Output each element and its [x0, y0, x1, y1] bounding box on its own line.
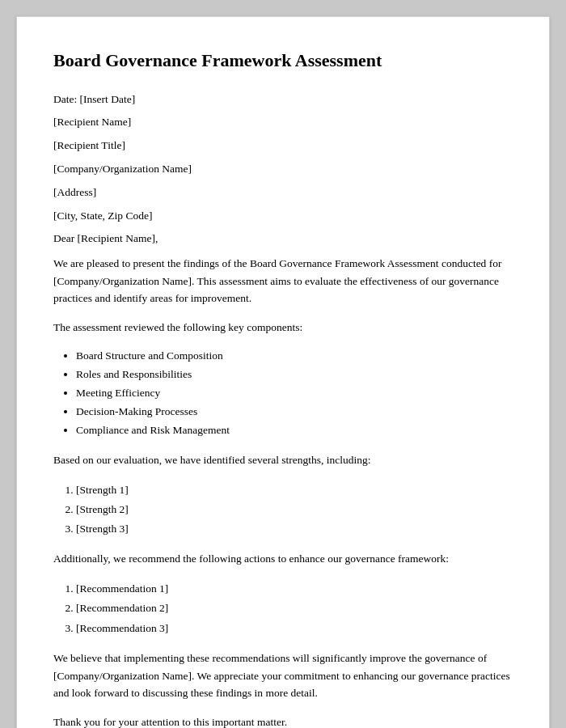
list-item: [Recommendation 2]	[76, 599, 513, 618]
list-item: [Recommendation 1]	[76, 579, 513, 599]
address: [Address]	[53, 185, 513, 201]
recommendations-intro: Additionally, we recommend the following…	[53, 550, 513, 568]
company-name: [Company/Organization Name]	[53, 162, 513, 177]
recommendations-list: [Recommendation 1] [Recommendation 2] [R…	[76, 579, 513, 638]
thank-you: Thank you for your attention to this imp…	[53, 713, 513, 728]
closing-paragraph: We believe that implementing these recom…	[53, 650, 513, 702]
list-item: [Strength 3]	[76, 519, 513, 539]
list-item: Compliance and Risk Management	[76, 421, 513, 440]
components-intro: The assessment reviewed the following ke…	[53, 319, 513, 336]
strengths-intro: Based on our evaluation, we have identif…	[53, 451, 513, 469]
strengths-list: [Strength 1] [Strength 2] [Strength 3]	[76, 480, 513, 540]
components-list: Board Structure and Composition Roles an…	[76, 347, 513, 440]
list-item: [Strength 1]	[76, 480, 513, 500]
list-item: [Strength 2]	[76, 500, 513, 519]
list-item: Meeting Efficiency	[76, 384, 513, 403]
list-item: Roles and Responsibilities	[76, 366, 513, 384]
salutation: Dear [Recipient Name],	[53, 232, 513, 245]
document-title: Board Governance Framework Assessment	[53, 49, 513, 73]
city-state-zip: [City, State, Zip Code]	[53, 209, 513, 224]
list-item: Board Structure and Composition	[76, 347, 513, 366]
recipient-name: [Recipient Name]	[53, 115, 513, 130]
document-page: Board Governance Framework Assessment Da…	[16, 16, 550, 728]
list-item: Decision-Making Processes	[76, 403, 513, 421]
list-item: [Recommendation 3]	[76, 619, 513, 638]
date-line: Date: [Insert Date]	[53, 92, 513, 108]
intro-paragraph: We are pleased to present the findings o…	[53, 255, 513, 307]
recipient-title: [Recipient Title]	[53, 138, 513, 154]
